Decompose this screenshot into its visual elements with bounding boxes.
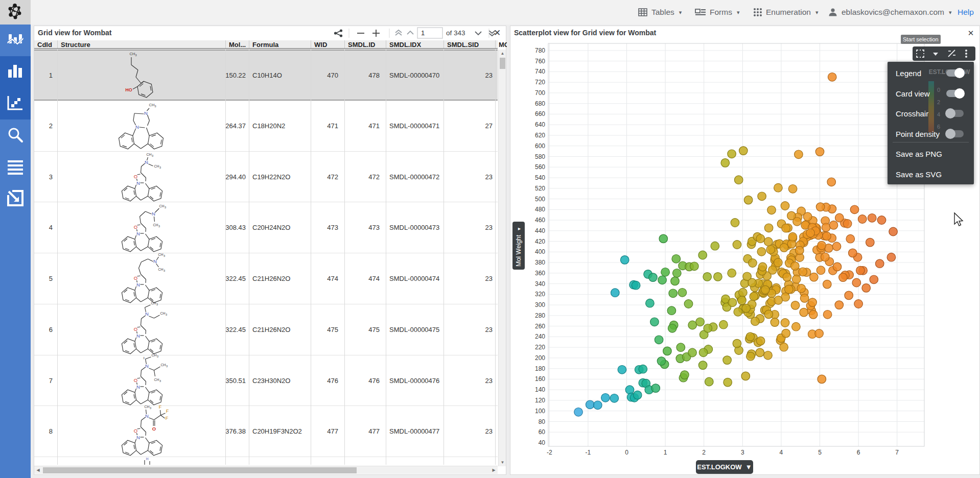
svg-text:220: 220 xyxy=(535,344,545,351)
svg-text:440: 440 xyxy=(535,227,545,234)
svg-text:120: 120 xyxy=(535,397,545,404)
svg-text:300: 300 xyxy=(535,301,545,308)
svg-text:560: 560 xyxy=(535,163,545,171)
svg-text:760: 760 xyxy=(535,58,545,65)
svg-text:0: 0 xyxy=(625,449,628,456)
svg-text:60: 60 xyxy=(539,428,546,436)
svg-text:360: 360 xyxy=(535,270,545,277)
svg-text:460: 460 xyxy=(535,217,545,224)
svg-text:5: 5 xyxy=(818,449,822,456)
svg-text:100: 100 xyxy=(535,408,545,415)
svg-text:380: 380 xyxy=(535,259,545,266)
svg-text:680: 680 xyxy=(535,100,545,107)
svg-text:720: 720 xyxy=(535,79,545,86)
svg-text:420: 420 xyxy=(535,238,545,245)
svg-text:-1: -1 xyxy=(586,449,591,456)
svg-text:240: 240 xyxy=(535,333,545,340)
svg-text:7: 7 xyxy=(895,449,899,456)
svg-text:740: 740 xyxy=(535,68,545,75)
svg-text:6: 6 xyxy=(857,449,860,456)
svg-text:640: 640 xyxy=(535,121,545,128)
svg-text:160: 160 xyxy=(535,375,545,383)
svg-text:580: 580 xyxy=(535,153,545,160)
svg-text:520: 520 xyxy=(535,185,545,192)
svg-text:280: 280 xyxy=(535,312,545,319)
svg-text:40: 40 xyxy=(539,439,546,446)
svg-text:660: 660 xyxy=(535,110,545,117)
svg-text:540: 540 xyxy=(535,174,545,181)
svg-text:3: 3 xyxy=(741,449,744,456)
svg-text:80: 80 xyxy=(539,418,546,425)
svg-text:260: 260 xyxy=(535,323,545,330)
svg-text:2: 2 xyxy=(702,449,706,456)
svg-text:700: 700 xyxy=(535,89,545,97)
svg-text:400: 400 xyxy=(535,248,545,255)
svg-text:340: 340 xyxy=(535,280,545,288)
svg-text:-2: -2 xyxy=(547,449,552,456)
svg-text:620: 620 xyxy=(535,132,545,139)
svg-text:200: 200 xyxy=(535,354,545,362)
svg-text:140: 140 xyxy=(535,386,545,393)
svg-text:180: 180 xyxy=(535,365,545,372)
svg-text:320: 320 xyxy=(535,291,545,298)
svg-text:4: 4 xyxy=(780,449,783,456)
svg-text:480: 480 xyxy=(535,206,545,213)
svg-text:600: 600 xyxy=(535,142,545,150)
svg-text:500: 500 xyxy=(535,196,545,203)
svg-text:1: 1 xyxy=(664,449,667,456)
svg-text:780: 780 xyxy=(535,47,545,54)
